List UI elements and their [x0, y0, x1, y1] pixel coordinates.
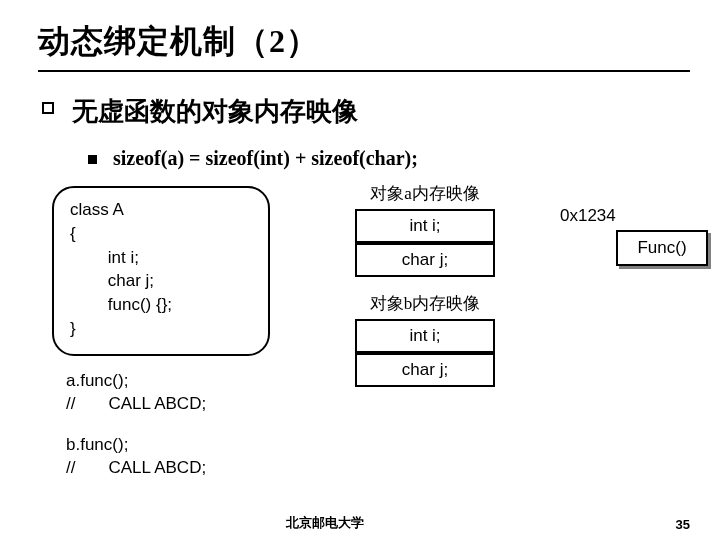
bullet-level1: 无虚函数的对象内存映像 [42, 94, 690, 129]
code-l5: func() {}; [70, 293, 252, 317]
code-l4: char j; [70, 269, 252, 293]
page-number: 35 [676, 517, 690, 532]
memory-layout-a: 对象a内存映像 int i; char j; [340, 182, 510, 277]
mem-b-cell2: char j; [355, 353, 495, 387]
mem-b-label: 对象b内存映像 [340, 292, 510, 315]
footer-university: 北京邮电大学 [286, 514, 364, 532]
code-l3: int i; [70, 246, 252, 270]
func-box: Func() [616, 230, 708, 266]
mem-a-label: 对象a内存映像 [340, 182, 510, 205]
address-label: 0x1234 [560, 206, 616, 226]
code-l1: class A [70, 198, 252, 222]
call-a-code: a.func(); // CALL ABCD; [66, 370, 206, 416]
footer: 北京邮电大学 35 [0, 514, 720, 532]
content-area: class A { int i; char j; func() {}; } a.… [38, 186, 690, 476]
call-b-code: b.func(); // CALL ABCD; [66, 434, 206, 480]
code-l2: { [70, 222, 252, 246]
mem-a-cell1: int i; [355, 209, 495, 243]
slide-title: 动态绑定机制（2） [38, 20, 690, 72]
mem-a-cell2: char j; [355, 243, 495, 277]
bullet-level2: sizeof(a) = sizeof(int) + sizeof(char); [88, 147, 690, 170]
bullet-l2-text: sizeof(a) = sizeof(int) + sizeof(char); [113, 147, 418, 170]
code-l6: } [70, 317, 252, 341]
class-code-box: class A { int i; char j; func() {}; } [52, 186, 270, 356]
square-filled-icon [88, 155, 97, 164]
slide: 动态绑定机制（2） 无虚函数的对象内存映像 sizeof(a) = sizeof… [0, 0, 720, 540]
memory-layout-b: 对象b内存映像 int i; char j; [340, 292, 510, 387]
square-outline-icon [42, 102, 54, 114]
mem-b-cell1: int i; [355, 319, 495, 353]
bullet-l1-text: 无虚函数的对象内存映像 [72, 94, 358, 129]
